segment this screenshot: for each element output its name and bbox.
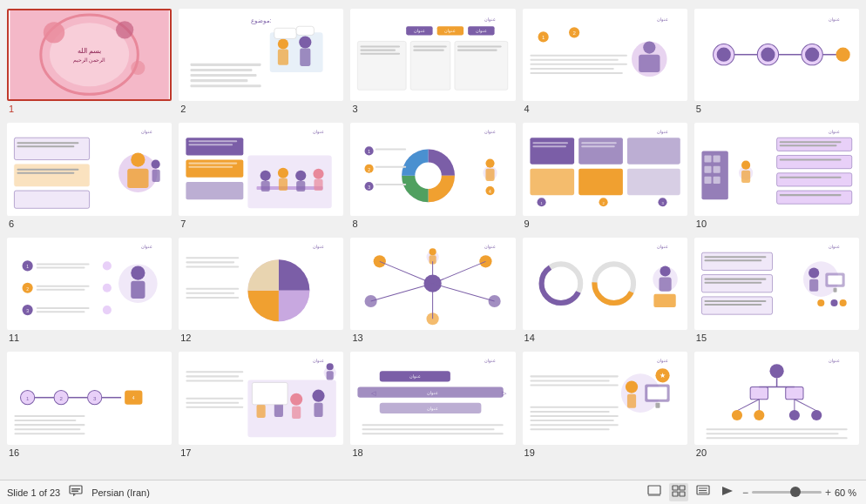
svg-rect-34 <box>361 50 396 51</box>
svg-point-313 <box>732 410 742 420</box>
slide-item[interactable]: عنوان <box>350 238 515 343</box>
svg-rect-125 <box>532 143 568 144</box>
slide-item[interactable]: عنوان عنوان عنوان عنوان <box>350 9 515 114</box>
svg-rect-123 <box>578 169 623 195</box>
view-grid-button[interactable] <box>669 483 688 501</box>
slide-item[interactable]: عنوان <box>694 123 859 228</box>
svg-rect-181 <box>186 265 240 267</box>
zoom-thumb[interactable] <box>790 487 801 497</box>
slide-item[interactable]: عنوان <box>179 123 343 228</box>
slide-thumbnail[interactable]: عنوان <box>523 238 687 330</box>
slide-thumbnail[interactable]: عنوان ★ <box>523 352 687 444</box>
svg-point-57 <box>716 48 730 62</box>
zoom-slider[interactable] <box>752 491 822 494</box>
slide-thumbnail[interactable]: عنوان <box>350 238 515 330</box>
slide-item[interactable]: بسم الله الرحمن الرحیم 1 <box>7 9 172 114</box>
slide-item[interactable]: عنوان <box>694 352 859 457</box>
slide-item[interactable]: عنوان 1 2 4 <box>523 9 687 114</box>
svg-point-315 <box>789 410 800 420</box>
slide-item[interactable]: عنوان ★ <box>523 352 687 457</box>
slide-thumbnail[interactable]: عنوان <box>7 123 172 215</box>
svg-rect-79 <box>17 172 74 174</box>
slide-item[interactable]: عنوان عنوان عنوان عنوان ◁ ▷ 1 <box>350 352 515 457</box>
slide-thumbnail[interactable]: عنوان عنوان عنوان عنوان <box>350 9 515 101</box>
svg-point-224 <box>808 267 819 278</box>
slide-thumbnail[interactable]: موضوع: <box>179 9 343 101</box>
svg-rect-319 <box>706 438 847 440</box>
slide-number: 17 <box>179 447 343 458</box>
svg-point-314 <box>754 410 764 420</box>
slide-thumbnail[interactable]: عنوان <box>694 9 859 101</box>
svg-rect-31 <box>411 41 451 90</box>
slide-thumbnail[interactable]: عنوان <box>179 123 343 215</box>
slide-thumbnail[interactable]: عنوان 1 2 <box>523 123 687 215</box>
svg-rect-317 <box>706 428 847 430</box>
svg-point-171 <box>131 265 145 279</box>
slide-item[interactable]: عنوان <box>179 352 343 457</box>
svg-text:3: 3 <box>369 185 371 190</box>
notes-icon[interactable] <box>69 485 83 500</box>
slide-item[interactable]: عنوان <box>694 238 859 343</box>
svg-rect-147 <box>776 138 851 151</box>
svg-rect-298 <box>530 415 618 417</box>
svg-rect-306 <box>750 387 768 400</box>
svg-text:عنوان: عنوان <box>141 130 152 136</box>
view-slideshow-button[interactable] <box>718 483 737 501</box>
view-reading-button[interactable] <box>693 483 713 501</box>
slide-number: 2 <box>179 104 343 114</box>
slide-thumbnail[interactable]: بسم الله الرحمن الرحیم <box>7 9 172 101</box>
slide-thumbnail[interactable]: عنوان <box>179 352 343 444</box>
slide-number: 20 <box>694 447 859 458</box>
slide-item[interactable]: 1 2 3 4 16 <box>7 352 172 457</box>
slide-thumbnail[interactable]: 1 2 3 4 <box>7 352 172 444</box>
zoom-minus-button[interactable]: − <box>742 487 748 499</box>
slide-item[interactable]: عنوان 1 2 <box>350 123 515 228</box>
svg-point-4 <box>116 21 133 38</box>
slide-panel[interactable]: بسم الله الرحمن الرحیم 1 موضوع: <box>0 0 866 480</box>
slide-number: 8 <box>350 218 515 229</box>
svg-text:عنوان: عنوان <box>829 358 840 364</box>
slide-number: 6 <box>7 218 172 229</box>
slide-thumbnail[interactable]: عنوان <box>179 238 343 330</box>
zoom-plus-button[interactable]: + <box>825 487 831 499</box>
svg-point-173 <box>103 261 112 270</box>
slide-thumbnail[interactable]: عنوان 1 2 <box>523 9 687 101</box>
svg-rect-78 <box>17 169 78 171</box>
slide-thumbnail[interactable]: عنوان عنوان عنوان عنوان ◁ ▷ <box>350 352 515 444</box>
slide-item[interactable]: عنوان 5 <box>694 9 859 114</box>
svg-rect-318 <box>706 433 838 435</box>
svg-rect-21 <box>191 84 261 87</box>
svg-rect-257 <box>292 407 301 419</box>
slide-item[interactable]: عنوان 12 <box>179 238 343 343</box>
svg-rect-295 <box>530 385 618 386</box>
svg-text:عنوان: عنوان <box>829 130 840 136</box>
svg-rect-289 <box>647 387 666 400</box>
status-left: Slide 1 of 23 Persian (Iran) <box>7 485 150 500</box>
slide-thumbnail[interactable]: عنوان <box>694 123 859 215</box>
svg-rect-155 <box>779 195 841 197</box>
svg-rect-301 <box>530 428 609 430</box>
svg-rect-148 <box>776 156 851 169</box>
slide-thumbnail[interactable]: عنوان 1 2 3 <box>7 238 172 330</box>
slide-number: 5 <box>694 104 859 114</box>
slide-item[interactable]: عنوان 1 2 <box>523 123 687 228</box>
slide-item[interactable]: عنوان 14 <box>523 238 687 343</box>
slide-thumbnail[interactable]: عنوان <box>694 352 859 444</box>
svg-point-5 <box>131 61 145 75</box>
svg-rect-265 <box>186 402 240 404</box>
slide-thumbnail[interactable]: عنوان <box>694 238 859 330</box>
svg-text:الرحمن الرحیم: الرحمن الرحیم <box>73 57 106 64</box>
view-normal-button[interactable] <box>645 483 664 501</box>
slide-item[interactable]: عنوان 1 2 3 <box>7 238 172 343</box>
svg-point-104 <box>486 159 495 168</box>
slide-item[interactable]: موضوع: 2 <box>179 9 343 114</box>
slide-item[interactable]: عنوان <box>7 123 172 228</box>
svg-rect-19 <box>191 74 257 77</box>
svg-rect-248 <box>14 433 85 435</box>
slide-number: 14 <box>523 333 687 343</box>
slide-number: 3 <box>350 104 515 114</box>
slide-thumbnail[interactable]: عنوان 1 2 <box>350 123 515 215</box>
svg-rect-152 <box>779 145 836 147</box>
svg-rect-39 <box>457 50 497 51</box>
svg-rect-126 <box>532 146 566 148</box>
